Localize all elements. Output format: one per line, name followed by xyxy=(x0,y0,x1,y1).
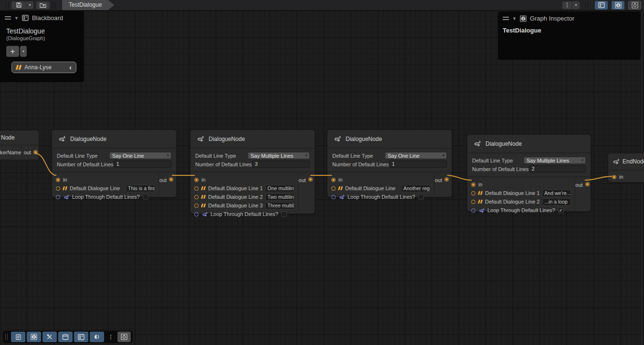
loop-checkbox[interactable]: ✓ xyxy=(558,207,564,213)
out-port[interactable] xyxy=(169,177,173,182)
dropdown-value: Say One Line xyxy=(388,153,442,159)
out-port[interactable] xyxy=(33,150,38,154)
num-lines-input[interactable]: 3 xyxy=(252,161,310,168)
open-asset-button[interactable] xyxy=(36,1,50,9)
in-port[interactable] xyxy=(471,183,475,187)
drag-handle-icon[interactable] xyxy=(5,16,11,20)
node-title: EndNode xyxy=(623,158,644,165)
info-icon xyxy=(520,15,527,22)
dropdown-arrow-icon: ▾ xyxy=(29,3,31,7)
dialogue-node-4[interactable]: DialogueNode Default Line Type Say Multi… xyxy=(467,134,591,212)
dialogue-line-port[interactable] xyxy=(194,204,199,208)
node-title: DialogueNode xyxy=(209,136,245,142)
panel-title: Blackboard xyxy=(32,14,63,22)
toggle-preview-button[interactable] xyxy=(117,332,131,342)
toggle-tools-button[interactable] xyxy=(42,332,57,342)
drag-handle-icon[interactable] xyxy=(503,17,509,20)
toggle-console-button[interactable] xyxy=(11,332,25,342)
dialogue-node-1[interactable]: DialogueNode Default Line Type Say One L… xyxy=(52,129,177,197)
overflow-menu-button[interactable]: ⋮ xyxy=(106,332,116,342)
line-type-dropdown[interactable]: Say Multiple Lines ▾ xyxy=(524,157,586,164)
loop-icon xyxy=(478,207,485,214)
in-port[interactable] xyxy=(612,175,616,179)
dialogue-flow-icon xyxy=(612,158,620,165)
add-variable-button[interactable]: + xyxy=(6,46,19,57)
dialogue-line-port[interactable] xyxy=(471,191,475,195)
folder-open-icon xyxy=(40,2,46,8)
line-type-dropdown[interactable]: Say One Line ▾ xyxy=(109,152,171,159)
toggle-blackboard-button[interactable] xyxy=(595,1,608,10)
toggle-window-button[interactable] xyxy=(58,332,73,342)
kebab-icon: ⋮ xyxy=(108,334,114,340)
overflow-menu-button[interactable]: ⋮ xyxy=(562,1,572,9)
out-port[interactable] xyxy=(444,177,449,182)
dialogue-line-field[interactable]: Three multilin xyxy=(265,202,294,209)
save-dropdown-button[interactable]: ▾ xyxy=(26,1,33,9)
out-port[interactable] xyxy=(585,182,590,186)
toggle-info-button[interactable] xyxy=(27,332,41,342)
speaker-node-partial[interactable]: Node kerName out xyxy=(0,130,39,160)
graph-name: TestDialogue xyxy=(0,23,84,35)
inspector-selection: TestDialogue xyxy=(498,24,641,34)
num-lines-input[interactable]: 1 xyxy=(114,161,171,168)
toolbar-separator xyxy=(585,2,588,9)
save-button[interactable] xyxy=(11,1,26,9)
dialogue-line-port[interactable] xyxy=(194,195,199,199)
toolbar-drag-handle[interactable] xyxy=(6,2,9,9)
loop-port[interactable] xyxy=(56,195,60,199)
dialogue-line-field[interactable]: This is a first xyxy=(126,185,155,192)
dialogue-line-field[interactable]: Another regu xyxy=(401,185,430,192)
loop-port[interactable] xyxy=(471,208,475,213)
quote-icon xyxy=(16,65,21,70)
collapse-chevron-icon[interactable]: ‹ xyxy=(69,64,72,71)
collapse-arrow-icon[interactable]: ▼ xyxy=(14,16,19,21)
out-port-label: out xyxy=(24,150,31,155)
num-lines-input[interactable]: 2 xyxy=(529,165,586,172)
num-lines-label: Number of Default Lines xyxy=(195,162,252,167)
num-lines-label: Number of Default Lines xyxy=(57,162,114,167)
loop-icon xyxy=(338,194,345,200)
end-node[interactable]: EndNode in xyxy=(608,153,644,183)
collapse-arrow-icon[interactable]: ▼ xyxy=(512,16,517,21)
dropdown-arrow-icon: ▾ xyxy=(167,153,169,158)
dialogue-line-port[interactable] xyxy=(331,186,336,191)
toggle-inspector-button[interactable] xyxy=(612,1,624,10)
loop-checkbox[interactable] xyxy=(418,194,424,200)
blackboard-header[interactable]: ▼ Blackboard xyxy=(0,11,84,23)
toolbar-drag-handle[interactable] xyxy=(5,334,8,340)
line-type-dropdown[interactable]: Say One Line ▾ xyxy=(385,152,447,159)
dialogue-line-label: Default Dialogue Line xyxy=(70,185,120,191)
dialogue-line-field[interactable]: Two multiline xyxy=(265,194,294,201)
dialogue-line-field[interactable]: ...in a loop xyxy=(542,198,571,205)
blackboard-variable[interactable]: Anna-Lyse ‹ xyxy=(11,62,76,73)
toggle-blackboard-button[interactable] xyxy=(74,332,88,342)
in-port[interactable] xyxy=(56,178,60,182)
dialogue-line-port[interactable] xyxy=(56,186,60,191)
toggle-preview-button[interactable] xyxy=(628,1,641,10)
in-port[interactable] xyxy=(194,178,199,182)
out-port[interactable] xyxy=(308,177,313,182)
overflow-dropdown-button[interactable]: ▾ xyxy=(572,1,580,9)
add-variable-dropdown[interactable]: ▾ xyxy=(20,46,27,57)
dropdown-arrow-icon: ▾ xyxy=(575,3,577,7)
line-type-dropdown[interactable]: Say Multiple Lines ▾ xyxy=(248,152,310,159)
blackboard-icon xyxy=(598,2,605,8)
loop-checkbox[interactable] xyxy=(143,194,148,200)
dialogue-node-2[interactable]: DialogueNode Default Line Type Say Multi… xyxy=(190,129,315,214)
tab-testdialogue[interactable]: TestDialogue xyxy=(62,0,114,10)
in-port[interactable] xyxy=(331,178,336,182)
line-type-label: Default Line Type xyxy=(195,153,248,159)
loop-port[interactable] xyxy=(331,195,336,199)
loop-port[interactable] xyxy=(194,212,199,216)
inspector-header[interactable]: ▼ Graph Inspector xyxy=(498,11,641,24)
num-lines-input[interactable]: 1 xyxy=(389,161,447,168)
dialogue-line-field[interactable]: One multiline xyxy=(265,185,294,192)
dialogue-line-field[interactable]: And we're... xyxy=(542,190,571,197)
dialogue-node-3[interactable]: DialogueNode Default Line Type Say One L… xyxy=(327,129,452,197)
dialogue-line-port[interactable] xyxy=(471,200,475,204)
num-lines-label: Number of Default Lines xyxy=(332,162,389,167)
toggle-minimap-button[interactable] xyxy=(90,332,104,342)
dialogue-line-port[interactable] xyxy=(194,186,199,191)
dialogue-flow-icon xyxy=(473,140,481,148)
loop-checkbox[interactable] xyxy=(281,211,287,217)
